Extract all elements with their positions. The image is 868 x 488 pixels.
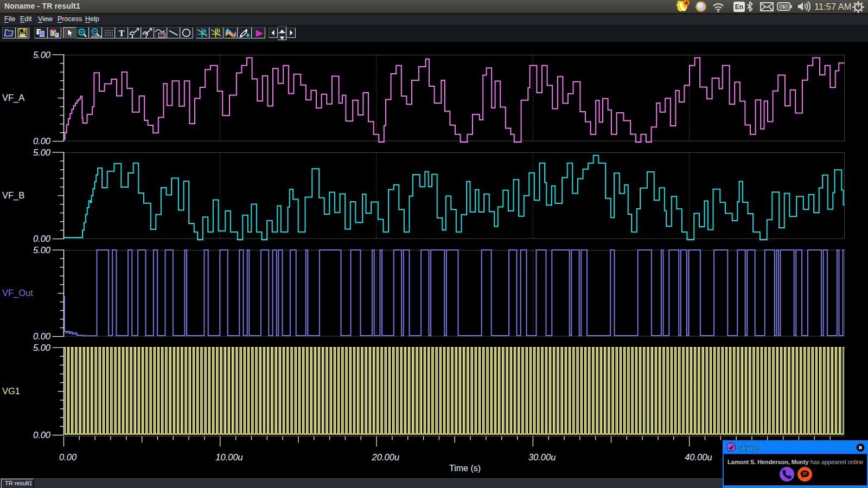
svg-text:0.00: 0.00 — [59, 452, 77, 462]
svg-text:5.00: 5.00 — [33, 245, 51, 255]
svg-text:4: 4 — [685, 0, 687, 5]
svg-text:VF_A: VF_A — [2, 93, 24, 103]
svg-text:T: T — [131, 33, 135, 38]
svg-text:?: ? — [144, 32, 148, 38]
svg-text:5.00: 5.00 — [33, 147, 51, 157]
svg-text:En: En — [735, 3, 743, 11]
svg-text:VG1: VG1 — [2, 386, 20, 396]
svg-text:0.00: 0.00 — [33, 331, 51, 341]
svg-text:b: b — [216, 28, 220, 34]
svg-text:0.00: 0.00 — [33, 234, 51, 243]
svg-text:100%: 100% — [91, 34, 102, 38]
svg-text:30.00u: 30.00u — [528, 452, 556, 462]
svg-text:a: a — [203, 28, 207, 34]
svg-text:0.00: 0.00 — [33, 136, 51, 146]
svg-text:VF_Out: VF_Out — [2, 288, 33, 298]
svg-text:5.00: 5.00 — [33, 50, 51, 60]
svg-text:11:57 AM: 11:57 AM — [814, 2, 852, 11]
svg-text:10.00u: 10.00u — [215, 452, 242, 462]
svg-text:0.00: 0.00 — [33, 430, 51, 440]
svg-text:skype: skype — [738, 444, 759, 452]
svg-text:40.00u: 40.00u — [685, 452, 712, 462]
svg-text:VF_B: VF_B — [2, 190, 24, 201]
svg-text:20.00u: 20.00u — [372, 452, 399, 462]
svg-text:5.00: 5.00 — [33, 343, 51, 352]
svg-text:Time (s): Time (s) — [449, 464, 481, 473]
svg-text:T: T — [119, 29, 125, 38]
